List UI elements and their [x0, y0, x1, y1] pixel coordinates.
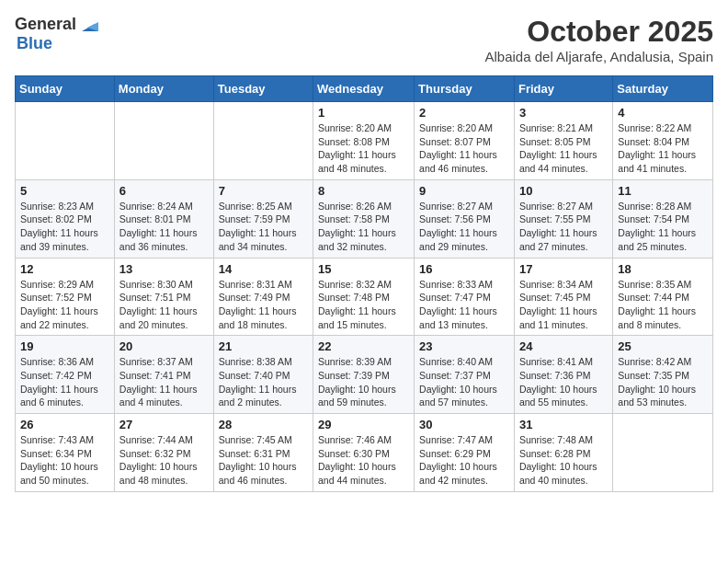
day-number: 15 [318, 262, 409, 276]
header-tuesday: Tuesday [213, 76, 313, 102]
day-number: 27 [119, 418, 209, 431]
table-row: 16Sunrise: 8:33 AM Sunset: 7:47 PM Dayli… [415, 258, 515, 336]
table-row: 21Sunrise: 8:38 AM Sunset: 7:40 PM Dayli… [213, 336, 313, 414]
logo-general-text: General [15, 16, 76, 34]
calendar-week-row: 26Sunrise: 7:43 AM Sunset: 6:34 PM Dayli… [16, 414, 713, 492]
day-number: 19 [20, 339, 109, 353]
calendar-table: Sunday Monday Tuesday Wednesday Thursday… [15, 75, 713, 492]
day-number: 1 [318, 106, 409, 120]
table-row: 13Sunrise: 8:30 AM Sunset: 7:51 PM Dayli… [114, 258, 213, 336]
day-info: Sunrise: 8:40 AM Sunset: 7:37 PM Dayligh… [419, 355, 509, 409]
table-row: 1Sunrise: 8:20 AM Sunset: 8:08 PM Daylig… [313, 102, 415, 180]
table-row: 20Sunrise: 8:37 AM Sunset: 7:41 PM Dayli… [114, 336, 213, 414]
table-row [114, 102, 213, 180]
day-info: Sunrise: 8:24 AM Sunset: 8:01 PM Dayligh… [119, 200, 209, 254]
table-row: 17Sunrise: 8:34 AM Sunset: 7:45 PM Dayli… [514, 258, 612, 336]
logo-blue-text: Blue [17, 35, 98, 53]
day-number: 29 [318, 418, 409, 431]
day-info: Sunrise: 8:37 AM Sunset: 7:41 PM Dayligh… [119, 355, 209, 409]
calendar-week-row: 12Sunrise: 8:29 AM Sunset: 7:52 PM Dayli… [16, 258, 713, 336]
day-info: Sunrise: 7:48 AM Sunset: 6:28 PM Dayligh… [519, 433, 608, 488]
page-header: General Blue October 2025 Albaida del Al… [15, 15, 713, 64]
header-monday: Monday [114, 76, 213, 102]
table-row: 15Sunrise: 8:32 AM Sunset: 7:48 PM Dayli… [313, 258, 415, 336]
header-wednesday: Wednesday [313, 76, 415, 102]
day-info: Sunrise: 7:44 AM Sunset: 6:32 PM Dayligh… [119, 433, 209, 488]
day-number: 18 [618, 262, 708, 276]
day-number: 9 [419, 184, 509, 198]
day-info: Sunrise: 7:45 AM Sunset: 6:31 PM Dayligh… [219, 433, 308, 488]
day-number: 25 [618, 339, 708, 353]
calendar-week-row: 19Sunrise: 8:36 AM Sunset: 7:42 PM Dayli… [16, 336, 713, 414]
day-info: Sunrise: 8:36 AM Sunset: 7:42 PM Dayligh… [20, 355, 109, 409]
calendar-week-row: 5Sunrise: 8:23 AM Sunset: 8:02 PM Daylig… [16, 179, 713, 258]
day-info: Sunrise: 8:26 AM Sunset: 7:58 PM Dayligh… [318, 200, 409, 254]
day-info: Sunrise: 8:34 AM Sunset: 7:45 PM Dayligh… [519, 278, 608, 332]
day-number: 22 [318, 339, 409, 353]
table-row: 2Sunrise: 8:20 AM Sunset: 8:07 PM Daylig… [415, 102, 515, 180]
day-number: 8 [318, 184, 409, 198]
day-number: 10 [519, 184, 608, 198]
day-number: 5 [20, 184, 109, 198]
table-row: 27Sunrise: 7:44 AM Sunset: 6:32 PM Dayli… [114, 414, 213, 492]
table-row: 28Sunrise: 7:45 AM Sunset: 6:31 PM Dayli… [213, 414, 313, 492]
table-row: 8Sunrise: 8:26 AM Sunset: 7:58 PM Daylig… [313, 179, 415, 258]
header-saturday: Saturday [613, 76, 713, 102]
day-info: Sunrise: 8:21 AM Sunset: 8:05 PM Dayligh… [519, 121, 608, 176]
table-row: 6Sunrise: 8:24 AM Sunset: 8:01 PM Daylig… [114, 179, 213, 258]
day-number: 2 [419, 106, 509, 120]
day-number: 3 [519, 106, 608, 120]
day-info: Sunrise: 8:22 AM Sunset: 8:04 PM Dayligh… [618, 121, 708, 176]
location-subtitle: Albaida del Aljarafe, Andalusia, Spain [484, 49, 713, 64]
day-info: Sunrise: 8:20 AM Sunset: 8:08 PM Dayligh… [318, 121, 409, 176]
day-number: 14 [219, 262, 308, 276]
day-info: Sunrise: 8:27 AM Sunset: 7:56 PM Dayligh… [419, 200, 509, 254]
day-number: 11 [618, 184, 708, 198]
day-number: 26 [20, 418, 109, 431]
title-area: October 2025 Albaida del Aljarafe, Andal… [484, 15, 713, 64]
day-number: 7 [219, 184, 308, 198]
day-info: Sunrise: 8:31 AM Sunset: 7:49 PM Dayligh… [219, 278, 308, 332]
table-row: 14Sunrise: 8:31 AM Sunset: 7:49 PM Dayli… [213, 258, 313, 336]
day-info: Sunrise: 8:33 AM Sunset: 7:47 PM Dayligh… [419, 278, 509, 332]
table-row [213, 102, 313, 180]
table-row: 10Sunrise: 8:27 AM Sunset: 7:55 PM Dayli… [514, 179, 612, 258]
table-row: 24Sunrise: 8:41 AM Sunset: 7:36 PM Dayli… [514, 336, 612, 414]
table-row: 31Sunrise: 7:48 AM Sunset: 6:28 PM Dayli… [514, 414, 612, 492]
table-row: 23Sunrise: 8:40 AM Sunset: 7:37 PM Dayli… [415, 336, 515, 414]
table-row: 12Sunrise: 8:29 AM Sunset: 7:52 PM Dayli… [16, 258, 115, 336]
table-row: 26Sunrise: 7:43 AM Sunset: 6:34 PM Dayli… [16, 414, 115, 492]
table-row: 3Sunrise: 8:21 AM Sunset: 8:05 PM Daylig… [514, 102, 612, 180]
header-thursday: Thursday [415, 76, 515, 102]
day-number: 16 [419, 262, 509, 276]
day-number: 31 [519, 418, 608, 431]
day-info: Sunrise: 8:28 AM Sunset: 7:54 PM Dayligh… [618, 200, 708, 254]
day-info: Sunrise: 7:46 AM Sunset: 6:30 PM Dayligh… [318, 433, 409, 488]
logo: General Blue [15, 15, 98, 53]
day-info: Sunrise: 7:43 AM Sunset: 6:34 PM Dayligh… [20, 433, 109, 488]
table-row: 30Sunrise: 7:47 AM Sunset: 6:29 PM Dayli… [415, 414, 515, 492]
logo-icon [78, 15, 98, 35]
day-number: 13 [119, 262, 209, 276]
day-info: Sunrise: 8:32 AM Sunset: 7:48 PM Dayligh… [318, 278, 409, 332]
day-number: 20 [119, 339, 209, 353]
table-row [613, 414, 713, 492]
header-friday: Friday [514, 76, 612, 102]
table-row: 7Sunrise: 8:25 AM Sunset: 7:59 PM Daylig… [213, 179, 313, 258]
month-title: October 2025 [484, 15, 713, 49]
day-number: 21 [219, 339, 308, 353]
day-info: Sunrise: 8:23 AM Sunset: 8:02 PM Dayligh… [20, 200, 109, 254]
day-info: Sunrise: 8:42 AM Sunset: 7:35 PM Dayligh… [618, 355, 708, 409]
day-info: Sunrise: 7:47 AM Sunset: 6:29 PM Dayligh… [419, 433, 509, 488]
table-row: 25Sunrise: 8:42 AM Sunset: 7:35 PM Dayli… [613, 336, 713, 414]
day-info: Sunrise: 8:30 AM Sunset: 7:51 PM Dayligh… [119, 278, 209, 332]
table-row: 9Sunrise: 8:27 AM Sunset: 7:56 PM Daylig… [415, 179, 515, 258]
day-info: Sunrise: 8:25 AM Sunset: 7:59 PM Dayligh… [219, 200, 308, 254]
day-info: Sunrise: 8:39 AM Sunset: 7:39 PM Dayligh… [318, 355, 409, 409]
table-row: 29Sunrise: 7:46 AM Sunset: 6:30 PM Dayli… [313, 414, 415, 492]
table-row: 11Sunrise: 8:28 AM Sunset: 7:54 PM Dayli… [613, 179, 713, 258]
day-info: Sunrise: 8:27 AM Sunset: 7:55 PM Dayligh… [519, 200, 608, 254]
table-row: 5Sunrise: 8:23 AM Sunset: 8:02 PM Daylig… [16, 179, 115, 258]
header-sunday: Sunday [16, 76, 115, 102]
day-number: 17 [519, 262, 608, 276]
